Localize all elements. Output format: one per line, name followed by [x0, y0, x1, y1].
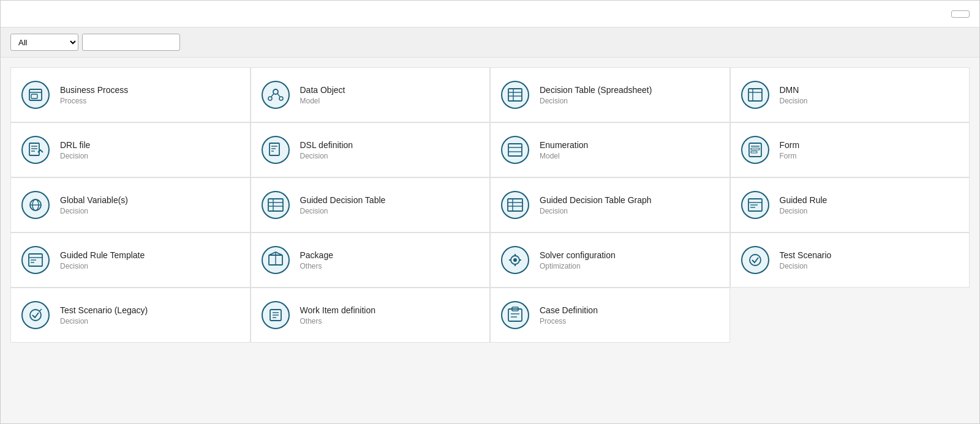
case-definition-name: Case Definition: [540, 305, 598, 315]
filter-bar: All Decision Model Process Form Others O…: [1, 28, 979, 58]
solver-configuration-category: Optimization: [540, 262, 616, 270]
svg-point-72: [742, 247, 769, 273]
solver-configuration-name: Solver configuration: [540, 250, 616, 260]
guided-rule-template-name: Guided Rule Template: [60, 250, 145, 260]
asset-card-global-variables[interactable]: Global Variable(s) Decision: [10, 177, 251, 232]
svg-point-19: [22, 136, 49, 163]
package-name: Package: [300, 250, 333, 260]
asset-card-test-scenario-legacy[interactable]: Test Scenario (Legacy) Decision: [10, 288, 251, 343]
test-scenario-legacy-name: Test Scenario (Legacy): [60, 305, 148, 315]
dsl-definition-name: DSL definition: [300, 140, 353, 150]
package-icon: [261, 245, 290, 275]
guided-decision-table-graph-info: Guided Decision Table Graph Decision: [540, 195, 652, 215]
dmn-category: Decision: [780, 97, 808, 105]
asset-card-package[interactable]: Package Others: [251, 232, 491, 288]
dsl-definition-icon: [261, 135, 290, 165]
asset-card-drl-file[interactable]: DRL file Decision: [10, 122, 251, 177]
asset-card-enumeration[interactable]: Enumeration Model: [490, 122, 730, 177]
asset-card-guided-rule[interactable]: Guided Rule Decision: [730, 177, 970, 232]
work-item-definition-name: Work Item definition: [300, 305, 375, 315]
asset-card-guided-decision-table[interactable]: Guided Decision Table Decision: [251, 177, 491, 232]
global-variables-info: Global Variable(s) Decision: [60, 195, 128, 215]
package-category: Others: [300, 262, 333, 270]
decision-table-spreadsheet-name: Decision Table (Spreadsheet): [540, 85, 652, 95]
global-variables-name: Global Variable(s): [60, 195, 128, 205]
asset-card-data-object[interactable]: Data Object Model: [251, 67, 491, 122]
guided-rule-icon: [741, 190, 770, 220]
data-object-icon: [261, 80, 290, 110]
enumeration-category: Model: [540, 152, 588, 160]
guided-decision-table-name: Guided Decision Table: [300, 195, 386, 205]
test-scenario-legacy-info: Test Scenario (Legacy) Decision: [60, 305, 148, 325]
guided-rule-category: Decision: [780, 207, 827, 215]
asset-card-dmn[interactable]: DMN Decision: [730, 67, 970, 122]
asset-grid: Business Process Process Data Object Mod…: [10, 67, 970, 343]
svg-point-15: [742, 81, 769, 108]
search-input[interactable]: [82, 34, 180, 51]
asset-card-guided-rule-template[interactable]: Guided Rule Template Decision: [10, 232, 251, 288]
business-process-category: Process: [60, 97, 128, 105]
dsl-definition-info: DSL definition Decision: [300, 140, 353, 160]
business-process-info: Business Process Process: [60, 85, 128, 105]
asset-card-business-process[interactable]: Business Process Process: [10, 67, 251, 122]
business-process-icon: [21, 80, 50, 110]
test-scenario-legacy-category: Decision: [60, 317, 148, 325]
form-info: Form Form: [780, 140, 800, 160]
asset-card-test-scenario[interactable]: Test Scenario Decision: [730, 232, 970, 288]
dmn-icon: [741, 80, 770, 110]
dmn-info: DMN Decision: [780, 85, 808, 105]
add-asset-dialog: All Decision Model Process Form Others O…: [0, 0, 980, 424]
guided-decision-table-graph-icon: [500, 190, 530, 220]
category-filter-select[interactable]: All Decision Model Process Form Others O…: [10, 34, 78, 51]
svg-point-47: [502, 192, 529, 218]
svg-point-29: [502, 136, 529, 163]
guided-decision-table-graph-category: Decision: [540, 207, 652, 215]
guided-rule-template-icon: [21, 245, 50, 275]
data-object-info: Data Object Model: [300, 85, 345, 105]
work-item-definition-category: Others: [300, 317, 375, 325]
enumeration-icon: [500, 135, 530, 165]
asset-card-guided-decision-table-graph[interactable]: Guided Decision Table Graph Decision: [490, 177, 730, 232]
guided-decision-table-graph-name: Guided Decision Table Graph: [540, 195, 652, 205]
asset-card-case-definition[interactable]: Case Definition Process: [490, 288, 730, 343]
solver-configuration-icon: [500, 245, 530, 275]
dsl-definition-category: Decision: [300, 152, 353, 160]
package-info: Package Others: [300, 250, 333, 270]
asset-card-decision-table-spreadsheet[interactable]: Decision Table (Spreadsheet) Decision: [490, 67, 730, 122]
drl-file-icon: [21, 135, 50, 165]
case-definition-icon: [500, 300, 530, 330]
asset-card-form[interactable]: Form Form: [730, 122, 970, 177]
case-definition-info: Case Definition Process: [540, 305, 598, 325]
enumeration-info: Enumeration Model: [540, 140, 588, 160]
svg-point-4: [262, 81, 289, 108]
svg-point-0: [22, 81, 49, 108]
guided-rule-name: Guided Rule: [780, 195, 827, 205]
form-icon: [741, 135, 770, 165]
data-object-name: Data Object: [300, 85, 345, 95]
enumeration-name: Enumeration: [540, 140, 588, 150]
guided-decision-table-info: Guided Decision Table Decision: [300, 195, 386, 215]
svg-point-74: [22, 302, 49, 329]
cancel-button[interactable]: [951, 10, 970, 18]
asset-card-work-item-definition[interactable]: Work Item definition Others: [251, 288, 491, 343]
business-process-name: Business Process: [60, 85, 128, 95]
test-scenario-info: Test Scenario Decision: [780, 250, 832, 270]
svg-point-42: [262, 192, 289, 218]
form-category: Form: [780, 152, 800, 160]
test-scenario-name: Test Scenario: [780, 250, 832, 260]
asset-card-solver-configuration[interactable]: Solver configuration Optimization: [490, 232, 730, 288]
svg-point-82: [502, 302, 529, 329]
global-variables-icon: [21, 190, 50, 220]
decision-table-spreadsheet-icon: [500, 80, 530, 110]
work-item-definition-icon: [261, 300, 290, 330]
case-definition-category: Process: [540, 317, 598, 325]
test-scenario-icon: [741, 245, 770, 275]
svg-point-10: [502, 81, 529, 108]
dmn-name: DMN: [780, 85, 808, 95]
solver-configuration-info: Solver configuration Optimization: [540, 250, 616, 270]
test-scenario-category: Decision: [780, 262, 832, 270]
drl-file-name: DRL file: [60, 140, 90, 150]
guided-decision-table-icon: [261, 190, 290, 220]
drl-file-category: Decision: [60, 152, 90, 160]
asset-card-dsl-definition[interactable]: DSL definition Decision: [251, 122, 491, 177]
